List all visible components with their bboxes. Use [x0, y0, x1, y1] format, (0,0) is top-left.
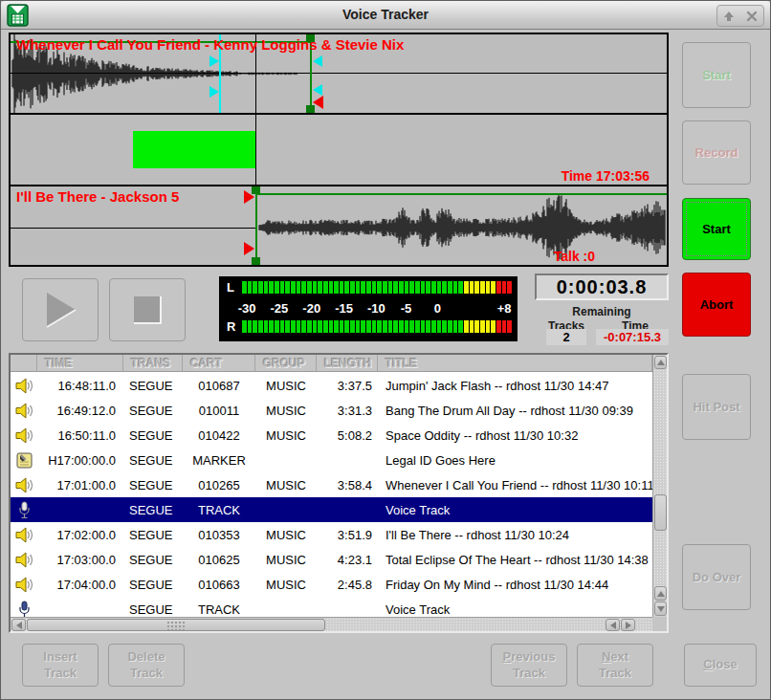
delete-track-button[interactable]: DeleteTrack — [108, 644, 185, 687]
shade-window-icon[interactable] — [720, 8, 738, 25]
column-header-group[interactable]: GROUP — [255, 355, 317, 371]
meter-tick-label: -10 — [367, 301, 386, 316]
start-track1-button[interactable]: Start — [682, 42, 751, 108]
start-handle-icon[interactable] — [252, 186, 260, 194]
meter-scale: -30-25-20-15-10-50+8 — [242, 301, 512, 317]
log-cell: SEGUE — [123, 404, 183, 418]
meter-tick-label: 0 — [434, 301, 441, 316]
log-cell: Bang The Drum All Day -- rdhost 11/30 09… — [378, 404, 652, 418]
track1-waveform-region[interactable]: Whenever I Call You Friend - Kenny Loggi… — [9, 33, 669, 115]
track1-title: Whenever I Call You Friend - Kenny Loggi… — [16, 36, 404, 53]
segue-handle-icon[interactable] — [306, 33, 315, 42]
track2-level-rubberband[interactable] — [257, 193, 667, 195]
scroll-up-icon[interactable] — [654, 356, 667, 369]
previous-track-button[interactable]: PreviousTrack — [491, 644, 567, 687]
horizontal-scrollbar[interactable] — [11, 617, 652, 631]
log-row-selected[interactable]: SEGUETRACKVoice Track — [11, 497, 652, 522]
log-table: TIMETRANSCARTGROUPLENGTHTITLE 16:48:11.0… — [9, 353, 669, 633]
next-track-button[interactable]: NextTrack — [577, 644, 653, 687]
waveform-deck: Whenever I Call You Friend - Kenny Loggi… — [9, 33, 669, 267]
log-row[interactable]: 17:04:00.0SEGUE010663MUSIC2:45.8Friday O… — [11, 572, 652, 597]
elapsed-time-display: 0:00:03.8 — [535, 273, 669, 300]
column-header-time[interactable]: TIME — [37, 355, 123, 371]
record-button[interactable]: Record — [682, 120, 751, 185]
track2-waveform — [257, 186, 667, 265]
meter-tick-label: -20 — [302, 301, 320, 316]
marker-note-icon — [16, 452, 33, 469]
log-cell: 010663 — [183, 578, 255, 592]
log-row[interactable]: SEGUETRACKVoice Track — [11, 597, 652, 617]
scroll-left-icon[interactable] — [11, 619, 26, 631]
horizontal-scroll-thumb[interactable] — [27, 619, 325, 631]
log-cell: MARKER — [183, 453, 255, 468]
play-button[interactable] — [22, 278, 99, 341]
voicetrack-region[interactable]: Time 17:03:56 — [9, 113, 669, 186]
scroll-right-icon[interactable] — [621, 619, 635, 631]
log-cell-icon — [11, 577, 37, 593]
log-cell: 3:51.9 — [317, 528, 378, 542]
scroll-down-icon[interactable] — [654, 602, 667, 616]
log-cell: MUSIC — [255, 428, 317, 443]
voice-track-block[interactable] — [133, 131, 256, 168]
remaining-label: Remaining — [537, 305, 667, 318]
abort-button[interactable]: Abort — [682, 273, 751, 337]
vertical-scrollbar[interactable] — [652, 355, 667, 617]
log-cell: Jumpin' Jack Flash -- rdhost 11/30 14:47 — [378, 379, 652, 393]
play-cursor-marker-icon[interactable] — [209, 55, 219, 67]
track2-start-line[interactable] — [255, 186, 257, 265]
column-header-length[interactable]: LENGTH — [317, 355, 378, 371]
log-row[interactable]: 17:01:00.0SEGUE010265MUSIC3:58.4Whenever… — [11, 472, 652, 497]
speaker-icon — [15, 378, 33, 394]
log-row[interactable]: 16:50:11.0SEGUE010422MUSIC5:08.2Space Od… — [11, 423, 652, 448]
titlebar[interactable]: Voice Tracker — [1, 1, 770, 30]
track2-waveform-region[interactable]: I'll Be There - Jackson 5 Talk :0 — [9, 185, 669, 267]
log-cell: TRACK — [183, 602, 255, 617]
column-header-icon[interactable] — [11, 355, 37, 371]
log-cell: Whenever I Call You Friend -- rdhost 11/… — [378, 478, 652, 492]
vertical-scroll-thumb[interactable] — [654, 494, 667, 531]
segue-cue-marker-icon[interactable] — [313, 84, 322, 96]
log-cell-icon — [11, 552, 37, 568]
log-row[interactable]: 17:03:00.0SEGUE010625MUSIC4:23.1Total Ec… — [11, 547, 652, 572]
log-row[interactable]: 16:49:12.0SEGUE010011MUSIC3:31.3Bang The… — [11, 398, 652, 423]
do-over-button[interactable]: Do Over — [682, 544, 751, 610]
column-header-cart[interactable]: CART — [183, 355, 255, 371]
play-cursor-marker-icon[interactable] — [209, 86, 219, 98]
log-row[interactable]: H17:00:00.0SEGUEMARKERLegal ID Goes Here — [11, 448, 652, 472]
log-cell: Friday On My Mind -- rdhost 11/30 14:44 — [378, 578, 652, 592]
log-cell: 5:08.2 — [317, 428, 378, 443]
close-button[interactable]: Close — [684, 644, 757, 687]
segue-cue-marker-icon[interactable] — [313, 55, 322, 67]
column-header-title[interactable]: TITLE — [378, 355, 652, 371]
stop-button[interactable] — [109, 278, 186, 341]
log-body[interactable]: 16:48:11.0SEGUE010687MUSIC3:37.5Jumpin' … — [11, 373, 652, 617]
column-header-trans[interactable]: TRANS — [123, 355, 183, 371]
track2-start-marker-icon[interactable] — [244, 242, 254, 255]
close-window-icon[interactable] — [743, 8, 760, 25]
log-cell: 17:03:00.0 — [37, 553, 123, 567]
speaker-icon — [15, 427, 33, 444]
scroll-left-icon[interactable] — [606, 619, 620, 631]
insert-track-button[interactable]: InsertTrack — [22, 644, 99, 687]
button-label: Close — [703, 657, 737, 672]
log-cell: 17:02:00.0 — [37, 528, 123, 542]
hit-post-button[interactable]: Hit Post — [682, 374, 751, 440]
log-cell-icon — [11, 452, 37, 469]
log-row[interactable]: 16:48:11.0SEGUE010687MUSIC3:37.5Jumpin' … — [11, 373, 652, 398]
speaker-icon — [15, 527, 33, 543]
log-row[interactable]: 17:02:00.0SEGUE010353MUSIC3:51.9I'll Be … — [11, 522, 652, 547]
log-cell: Space Oddity -- rdhost 11/30 10:32 — [378, 428, 652, 443]
meter-tick-label: -5 — [401, 301, 412, 316]
log-cell-icon — [11, 427, 37, 444]
start-handle-icon[interactable] — [252, 257, 260, 266]
log-cell: Total Eclipse Of The Heart -- rdhost 11/… — [378, 553, 652, 567]
log-cell: 3:58.4 — [317, 478, 378, 492]
log-cell: TRACK — [183, 503, 255, 517]
log-cell: SEGUE — [123, 578, 183, 592]
log-cell: SEGUE — [123, 379, 183, 393]
start-track2-button[interactable]: Start — [682, 198, 751, 260]
left-meter-bar — [242, 281, 512, 294]
segue-end-marker-icon[interactable] — [313, 96, 323, 109]
log-cell: Legal ID Goes Here — [378, 453, 652, 468]
scroll-up-icon[interactable] — [654, 586, 667, 601]
